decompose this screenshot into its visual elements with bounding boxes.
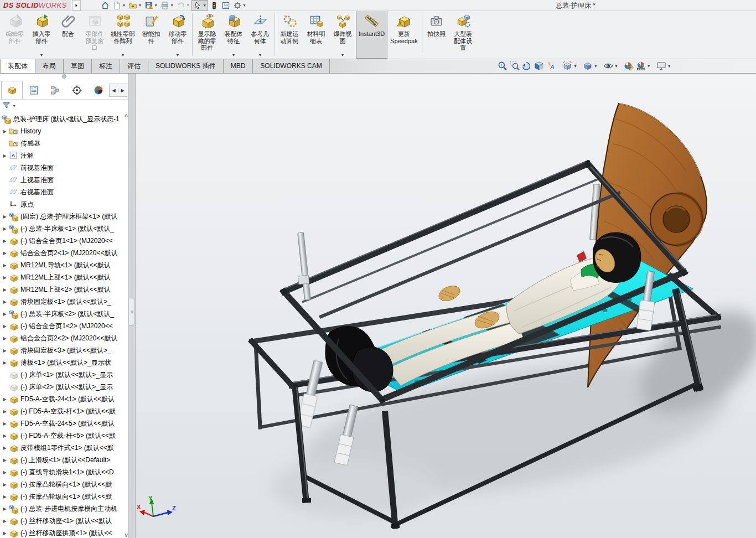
expand-arrow[interactable]: ▶: [1, 336, 8, 341]
tree-item[interactable]: ▶(-) 总装-半床板<1> (默认<默认_: [0, 223, 128, 235]
tree-item[interactable]: ▶History: [0, 125, 128, 137]
dropdown-caret[interactable]: ▼: [12, 104, 16, 108]
tree-item[interactable]: ▶MR12ML上部<2> (默认<<默认: [0, 283, 128, 296]
bill-of-materials-button[interactable]: 材料明 细表: [303, 11, 329, 59]
dropdown-caret[interactable]: ▼: [614, 64, 618, 68]
tree-item[interactable]: ▶(-) 铝合金合页1<1> (MJ2020<<: [0, 235, 128, 247]
new-motion-study-button[interactable]: 新建运 动算例: [276, 11, 303, 59]
insert-component-button[interactable]: 插入零 部件▼: [28, 11, 55, 59]
panel-tab-displaymanager[interactable]: [87, 81, 109, 99]
expand-arrow[interactable]: ▶: [1, 324, 8, 329]
expand-arrow[interactable]: ▶: [1, 263, 8, 268]
dropdown-caret[interactable]: ▼: [232, 53, 236, 58]
tree-item[interactable]: ▶铝合金合页2<2> (MJ2020<<默认: [0, 332, 128, 344]
tree-item[interactable]: ▶(-) 丝杆移动座<1> (默认<<默认: [0, 515, 128, 527]
3d-model-nursing-bed[interactable]: Y X Z: [136, 74, 756, 538]
tab-markup[interactable]: 标注: [91, 59, 120, 73]
tree-item[interactable]: ▶MR12ML导轨<1> (默认<<默认: [0, 259, 128, 271]
panel-collapse-handle[interactable]: [128, 298, 135, 325]
select-button[interactable]: ▼: [191, 0, 208, 11]
tree-scroll-down-arrow[interactable]: v: [125, 532, 128, 538]
save-button[interactable]: ▼: [143, 1, 159, 11]
zoom-to-area-button[interactable]: [509, 60, 521, 71]
dropdown-caret[interactable]: ▼: [122, 3, 126, 7]
expand-arrow[interactable]: ▶: [1, 470, 8, 475]
tree-item[interactable]: ▶A注解: [0, 149, 128, 162]
dropdown-caret[interactable]: ▼: [154, 3, 158, 7]
tree-item-root[interactable]: 总装-护理床 (默认<默认_显示状态-1: [0, 113, 128, 125]
mate-button[interactable]: 配合: [55, 11, 81, 59]
tree-item[interactable]: ▶(-) FD5-A-空载-杆<5> (默认<<默: [0, 430, 128, 442]
panel-tab-dimxpertmanager[interactable]: [66, 81, 87, 99]
linear-component-pattern-button[interactable]: 线性零部 件阵列▼: [108, 11, 138, 59]
tab-layout[interactable]: 布局: [35, 59, 64, 73]
tree-item[interactable]: 传感器: [0, 137, 128, 149]
update-speedpak-button[interactable]: 更新 Speedpak: [387, 11, 421, 59]
section-view-button[interactable]: [533, 60, 545, 71]
dropdown-caret[interactable]: ▼: [667, 64, 671, 68]
tree-item[interactable]: ▶皮带模组1零件式<1> (默认<<默: [0, 442, 128, 454]
tree-item[interactable]: (-) 床单<1> (默认<<默认>_显示: [0, 369, 128, 381]
expand-arrow[interactable]: ▶: [1, 251, 8, 256]
hide-show-items-button[interactable]: ▼: [602, 60, 619, 71]
tree-item[interactable]: ▶铝合金合页2<1> (MJ2020<<默认: [0, 247, 128, 259]
expand-arrow[interactable]: ▶: [1, 226, 8, 231]
expand-arrow[interactable]: ▶: [1, 482, 8, 487]
expand-arrow[interactable]: ▶: [1, 506, 8, 511]
tree-item[interactable]: ▶FD5-A-空载-24<5> (默认<<默认: [0, 417, 128, 430]
tree-item[interactable]: ▶(-) 总装-步进电机按摩横向主动机: [0, 503, 128, 515]
smart-fasteners-button[interactable]: 智能扣 件: [138, 11, 164, 59]
tree-item[interactable]: 原点: [0, 198, 128, 210]
view-settings-button[interactable]: ▼: [655, 60, 672, 71]
tab-solidworks-addins[interactable]: SOLIDWORKS 插件: [148, 59, 224, 73]
tree-item[interactable]: ▶MR12ML上部<1> (默认<<默认: [0, 271, 128, 283]
dropdown-caret[interactable]: ▼: [40, 53, 44, 58]
expand-arrow[interactable]: ▶: [1, 129, 8, 134]
dropdown-caret[interactable]: ▼: [341, 53, 345, 58]
dropdown-caret[interactable]: ▼: [170, 3, 174, 7]
tree-item[interactable]: ▶(-) 上滑板<1> (默认<<Default>: [0, 454, 128, 466]
panel-tab-prev-arrow[interactable]: ◀: [110, 88, 118, 93]
show-hidden-components-button[interactable]: 显示隐 藏的零 部件: [194, 11, 220, 59]
tree-item[interactable]: ▶薄板<1> (默认<<默认>_显示状: [0, 356, 128, 369]
menu-flyout-arrow[interactable]: [72, 0, 81, 11]
assembly-features-button[interactable]: 装配体 特征▼: [220, 11, 247, 59]
panel-tab-next-arrow[interactable]: ▶: [118, 88, 127, 93]
tree-item[interactable]: ▶(-) 总装-半床板<2> (默认<默认_: [0, 308, 128, 320]
expand-arrow[interactable]: ▶: [1, 397, 8, 402]
options-button[interactable]: ▼: [232, 1, 247, 11]
tree-scroll-up-arrow[interactable]: ^: [125, 113, 128, 120]
open-button[interactable]: ▼: [127, 1, 143, 11]
zoom-to-fit-button[interactable]: [496, 60, 509, 71]
panel-tab-configurationmanager[interactable]: [44, 81, 66, 99]
expand-arrow[interactable]: ▶: [1, 312, 8, 317]
expand-arrow[interactable]: ▶: [1, 433, 8, 438]
expand-arrow[interactable]: ▶: [1, 275, 8, 280]
expand-arrow[interactable]: ▶: [1, 421, 8, 426]
tree-item[interactable]: ▶(-) 直线导轨滑块1<1> (默认<<D: [0, 466, 128, 478]
new-document-button[interactable]: ▼: [111, 1, 127, 11]
move-component-button[interactable]: 移动零 部件▼: [164, 11, 191, 59]
exploded-view-button[interactable]: 爆炸视 图▼: [329, 11, 356, 59]
dropdown-caret[interactable]: ▼: [594, 64, 598, 68]
display-settings-button[interactable]: [220, 1, 231, 11]
expand-arrow[interactable]: ▶: [1, 348, 8, 353]
tree-item[interactable]: ▶(-) 按摩凸轮横向<1> (默认<<默: [0, 478, 128, 490]
expand-arrow[interactable]: ▶: [1, 153, 8, 158]
panel-resize-handle[interactable]: [0, 74, 128, 79]
tree-item[interactable]: 右视基准面: [0, 186, 128, 198]
print-button[interactable]: ▼: [159, 1, 175, 11]
funnel-icon[interactable]: [2, 101, 12, 111]
tree-item[interactable]: 前视基准面: [0, 162, 128, 174]
tree-item[interactable]: ▶(-) 铝合金合页1<2> (MJ2020<<: [0, 320, 128, 332]
expand-arrow[interactable]: ▶: [1, 299, 8, 304]
tree-item[interactable]: ▶滑块固定板<1> (默认<<默认>_: [0, 296, 128, 308]
large-assembly-settings-button[interactable]: 大型装 配体设 置: [450, 11, 477, 59]
take-snapshot-button[interactable]: 拍快照: [423, 11, 450, 59]
dropdown-caret[interactable]: ▼: [573, 64, 577, 68]
view-orientation-button[interactable]: ▼: [561, 60, 578, 71]
dropdown-caret[interactable]: ▼: [138, 3, 142, 7]
previous-view-button[interactable]: [521, 60, 533, 71]
reference-geometry-button[interactable]: 参考几 何体▼: [247, 11, 273, 59]
dropdown-caret[interactable]: ▼: [242, 3, 246, 7]
